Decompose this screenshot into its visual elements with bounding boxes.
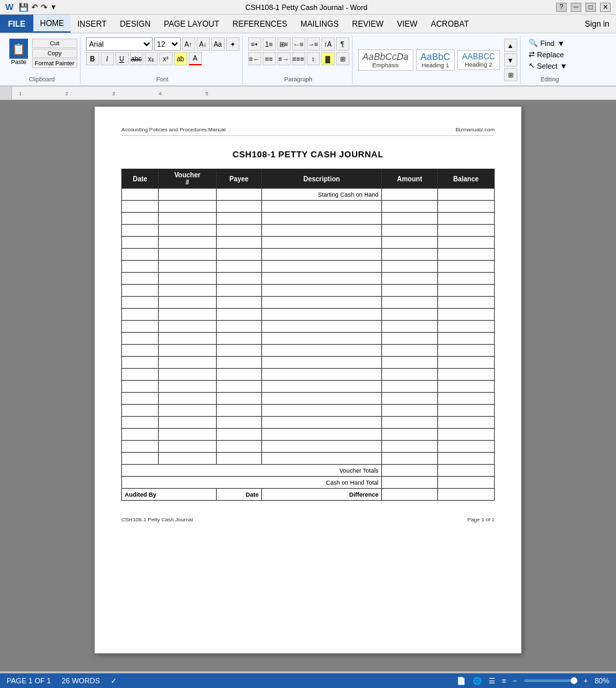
paste-label: Paste — [11, 59, 26, 65]
bold-button[interactable]: B — [86, 52, 99, 65]
ruler-left-margin — [0, 87, 12, 99]
replace-btn[interactable]: ⇄ Replace — [526, 49, 574, 60]
table-row — [122, 309, 495, 321]
editing-group: 🔍 Find ▼ ⇄ Replace ↖ Select ▼ Editing — [523, 36, 577, 84]
styles-down-btn[interactable]: ▼ — [504, 53, 517, 67]
italic-button[interactable]: I — [101, 52, 114, 65]
underline-button[interactable]: U — [115, 52, 129, 65]
sort-btn[interactable]: ↕A — [321, 37, 335, 51]
header-left: Accounting Policies and Procedures Manua… — [121, 127, 226, 133]
bullets-btn[interactable]: ≡• — [248, 37, 261, 51]
home-menu[interactable]: HOME — [33, 15, 71, 33]
decrease-indent-btn[interactable]: ←≡ — [292, 37, 305, 51]
sign-in[interactable]: Sign in — [578, 15, 616, 33]
justify-btn[interactable]: ≡≡≡ — [292, 52, 305, 65]
table-row — [122, 249, 495, 261]
file-menu[interactable]: FILE — [0, 15, 33, 33]
mailings-menu[interactable]: MAILINGS — [294, 15, 345, 33]
footer-left: CSH108-1 Petty Cash Journal — [121, 517, 193, 523]
style-heading1[interactable]: AaBbC Heading 1 — [416, 49, 455, 71]
superscript-button[interactable]: x² — [159, 52, 173, 65]
align-center-btn[interactable]: ≡≡ — [263, 52, 276, 65]
font-name-select[interactable]: Arial — [86, 37, 153, 51]
restore-btn[interactable]: □ — [585, 3, 596, 12]
minimize-btn[interactable]: ─ — [571, 3, 581, 12]
change-case-btn[interactable]: Aa — [211, 37, 225, 51]
design-menu[interactable]: DESIGN — [113, 15, 157, 33]
page-layout-menu[interactable]: PAGE LAYOUT — [157, 15, 226, 33]
shading-btn[interactable]: ▓ — [321, 52, 335, 65]
ribbon: 📋 Paste Cut Copy Format Painter Clipboar… — [0, 33, 616, 87]
cut-button[interactable]: Cut — [32, 39, 77, 48]
ruler: 1 2 3 4 5 — [0, 87, 616, 100]
copy-button[interactable]: Copy — [32, 49, 77, 58]
paragraph-label: Paragraph — [248, 75, 349, 83]
journal-table: Date Voucher# Payee Description Amount B… — [121, 169, 495, 501]
find-arrow: ▼ — [557, 39, 565, 47]
align-left-btn[interactable]: ≡← — [248, 52, 261, 65]
highlight-button[interactable]: ab — [174, 52, 187, 65]
table-row — [122, 453, 495, 465]
editing-label: Editing — [526, 75, 574, 83]
help-btn[interactable]: ? — [556, 3, 567, 12]
table-row — [122, 381, 495, 393]
increase-font-btn[interactable]: A↑ — [182, 37, 195, 51]
header-right: Bizmanualz.com — [455, 127, 495, 133]
footer-right: Page 1 of 1 — [467, 517, 495, 523]
paste-button[interactable]: 📋 Paste — [7, 37, 31, 67]
heading1-label: Heading 1 — [421, 62, 449, 69]
styles-more-btn[interactable]: ⊞ — [504, 68, 517, 81]
view-menu[interactable]: VIEW — [390, 15, 424, 33]
insert-menu[interactable]: INSERT — [71, 15, 113, 33]
table-row — [122, 225, 495, 237]
col-payee: Payee — [216, 169, 261, 189]
dropdown-icon[interactable]: ▼ — [50, 3, 57, 11]
acrobat-menu[interactable]: ACROBAT — [424, 15, 475, 33]
multilevel-btn[interactable]: ⊞≡ — [277, 37, 291, 51]
table-row — [122, 261, 495, 273]
voucher-totals-balance — [437, 465, 494, 477]
clipboard-small-btns: Cut Copy Format Painter — [32, 39, 77, 68]
style-heading2[interactable]: AABBCC Heading 2 — [457, 50, 499, 70]
window-controls: ? ─ □ ✕ — [556, 3, 611, 12]
review-menu[interactable]: REVIEW — [345, 15, 390, 33]
select-icon: ↖ — [529, 61, 535, 70]
cash-on-hand-amount — [381, 477, 437, 489]
redo-icon[interactable]: ↷ — [41, 3, 47, 12]
style-emphasis[interactable]: AaBbCcDa Emphasis — [358, 49, 413, 71]
voucher-totals-amount — [381, 465, 437, 477]
strikethrough-button[interactable]: abc — [130, 52, 143, 65]
heading2-label: Heading 2 — [465, 61, 492, 68]
undo-icon[interactable]: ↶ — [31, 3, 38, 12]
emphasis-label: Emphasis — [372, 62, 399, 69]
format-painter-button[interactable]: Format Painter — [32, 59, 77, 68]
ruler-main: 1 2 3 4 5 — [12, 87, 616, 99]
table-row — [122, 285, 495, 297]
table-row — [122, 429, 495, 441]
page: Accounting Policies and Procedures Manua… — [95, 107, 521, 653]
find-btn[interactable]: 🔍 Find ▼ — [526, 37, 574, 49]
references-menu[interactable]: REFERENCES — [226, 15, 294, 33]
table-row — [122, 417, 495, 429]
close-btn[interactable]: ✕ — [600, 3, 611, 12]
borders-btn[interactable]: ⊞ — [336, 52, 349, 65]
clear-formatting-btn[interactable]: ✦ — [226, 37, 239, 51]
table-row — [122, 273, 495, 285]
decrease-font-btn[interactable]: A↓ — [197, 37, 210, 51]
font-label: Font — [86, 75, 239, 83]
page-header: Accounting Policies and Procedures Manua… — [121, 127, 495, 136]
show-formatting-btn[interactable]: ¶ — [336, 37, 349, 51]
subscript-button[interactable]: x₂ — [145, 52, 158, 65]
increase-indent-btn[interactable]: →≡ — [307, 37, 320, 51]
window-title: CSH108-1 Petty Cash Journal - Word — [245, 3, 367, 11]
col-voucher: Voucher# — [159, 169, 217, 189]
table-row — [122, 213, 495, 225]
font-size-select[interactable]: 12 — [154, 37, 181, 51]
align-right-btn[interactable]: ≡→ — [277, 52, 291, 65]
styles-up-btn[interactable]: ▲ — [504, 39, 517, 52]
select-btn[interactable]: ↖ Select ▼ — [526, 60, 574, 71]
save-icon[interactable]: 💾 — [19, 3, 29, 12]
line-spacing-btn[interactable]: ↕ — [307, 52, 320, 65]
numbering-btn[interactable]: 1≡ — [263, 37, 276, 51]
font-color-button[interactable]: A — [189, 52, 202, 65]
